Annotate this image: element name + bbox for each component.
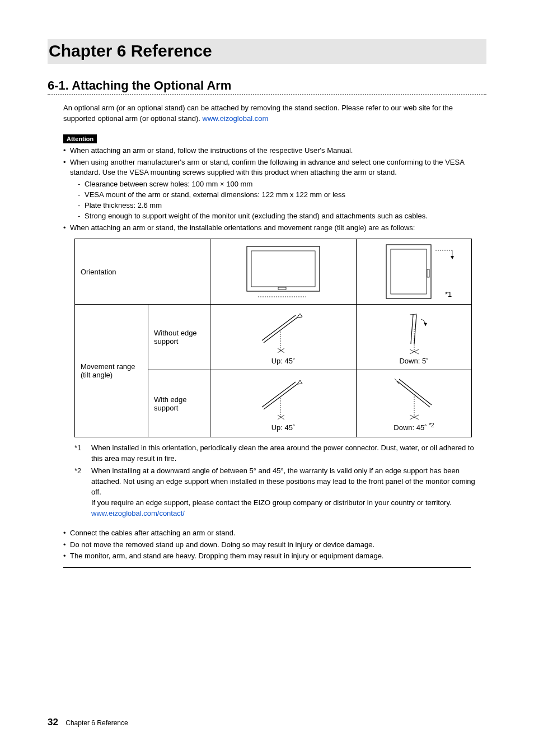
svg-marker-9 [451,256,454,259]
orientation-note: *1 [445,290,452,298]
svg-line-16 [411,315,413,344]
page-number: 32 [48,717,58,727]
list-item: When attaching an arm or stand, follow t… [63,146,486,156]
diagram-cell: Up: 45˚ [210,305,357,370]
list-item: When attaching an arm or stand, the inst… [63,223,486,234]
tilt-up-45-icon [255,376,311,423]
section-title: 6-1. Attaching the Optional Arm [48,78,486,95]
svg-rect-0 [247,246,320,291]
svg-line-29 [397,381,430,407]
footnote-key: *2 [74,466,91,519]
bullet-list-top: When attaching an arm or stand, follow t… [63,146,486,234]
dash-list: Clearance between screw holes: 100 mm × … [78,179,486,221]
list-item: Strong enough to support weight of the m… [78,211,486,222]
svg-rect-1 [251,251,315,287]
svg-line-17 [414,315,416,344]
intro-paragraph: An optional arm (or an optional stand) c… [63,103,486,124]
svg-rect-5 [391,249,427,294]
list-item: VESA mount of the arm or stand, external… [78,190,486,200]
svg-rect-6 [427,269,429,277]
list-item: The monitor, arm, and stand are heavy. D… [63,551,486,562]
svg-line-24 [262,382,296,407]
svg-marker-25 [297,380,302,384]
diagram-cell: Down: 45˚ *2 [357,370,472,437]
table-sub-label: With edge support [148,370,210,437]
svg-rect-4 [386,245,431,298]
svg-line-11 [262,315,296,340]
list-item: Clearance between screw holes: 100 mm × … [78,179,486,190]
divider [63,567,471,568]
website-link[interactable]: www.eizoglobal.com [203,114,269,123]
tilt-down-5-icon [386,309,442,357]
contact-link[interactable]: www.eizoglobal.com/contact/ [91,509,185,517]
table-row-label: Orientation [75,239,210,305]
list-item: When using another manufacturer's arm or… [63,157,486,222]
bullet-list-bottom: Connect the cables after attaching an ar… [63,528,486,562]
svg-marker-12 [297,314,302,318]
diagram-cell: Up: 45˚ [210,370,357,437]
footnote-text: When installing at a downward angle of b… [91,466,486,519]
svg-line-30 [399,379,432,405]
svg-line-18 [410,314,417,315]
svg-line-31 [395,379,399,384]
tilt-down-45-icon [386,375,442,422]
svg-marker-22 [424,323,427,326]
attention-box: Attention [63,134,486,143]
tilt-label: Up: 45˚ [216,423,350,432]
list-item-text: When using another manufacturer's arm or… [70,158,464,177]
diagram-cell: *1 [357,239,472,305]
chapter-title: Chapter 6 Reference [48,39,486,64]
list-item: Plate thickness: 2.6 mm [78,200,486,211]
list-item: Do not move the removed stand up and dow… [63,540,486,550]
svg-rect-2 [278,287,286,290]
tilt-up-45-icon [255,309,311,357]
tilt-label: Down: 5˚ [362,357,466,365]
monitor-portrait-icon: *1 [369,244,459,300]
diagram-cell [210,239,357,305]
monitor-landscape-icon [241,244,325,300]
attention-label: Attention [63,134,97,143]
table-row-label: Movement range (tilt angle) [75,305,148,437]
tilt-label: Up: 45˚ [216,357,350,365]
footnote-text: When installed in this orientation, peri… [91,443,486,464]
list-item: Connect the cables after attaching an ar… [63,528,486,539]
table-sub-label: Without edge support [148,305,210,370]
footnote-key: *1 [74,443,91,464]
footnotes: *1 When installed in this orientation, p… [74,443,486,519]
tilt-label: Down: 45˚ *2 [362,422,466,432]
orientation-table: Orientation *1 [74,239,472,437]
diagram-cell: Down: 5˚ [357,305,472,370]
page-footer: 32 Chapter 6 Reference [48,717,128,728]
footer-text: Chapter 6 Reference [65,719,128,727]
